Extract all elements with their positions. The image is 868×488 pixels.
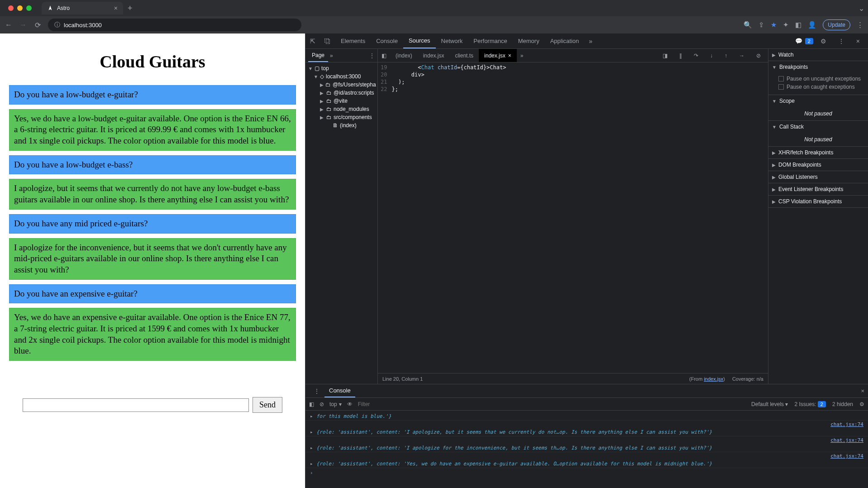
devtools-tab-console[interactable]: Console [371, 33, 403, 48]
send-button[interactable]: Send [253, 397, 282, 413]
console-toolbar: ◧ ⊘ top ▾ 👁 Default levels ▾ 2 Issues: 2… [305, 398, 868, 411]
pause-uncaught-checkbox[interactable]: Pause on uncaught exceptions [778, 75, 864, 83]
more-nav-icon[interactable]: » [330, 53, 333, 59]
step-into-icon[interactable]: ↓ [706, 53, 716, 59]
back-button[interactable]: ← [5, 21, 13, 29]
share-icon[interactable]: ⇪ [758, 21, 764, 29]
chat-message-user: Do you have an expensive e-guitar? [9, 284, 296, 304]
console-settings-icon[interactable]: ⚙ [859, 401, 864, 407]
console-prompt[interactable]: › [305, 468, 868, 478]
device-toolbar-icon[interactable]: ⿻ [320, 38, 335, 45]
astro-icon [47, 5, 53, 11]
nav-menu-icon[interactable]: ⋮ [369, 53, 375, 59]
xhr-breakpoints-section[interactable]: ▶XHR/fetch Breakpoints [768, 147, 868, 158]
tree-folder[interactable]: ▶🗀src/components [305, 113, 377, 121]
tree-file[interactable]: 🗎(index) [305, 121, 377, 129]
callstack-section[interactable]: ▼Call Stack [768, 121, 868, 133]
chat-message-user: Do you have any mid priced e-guitars? [9, 214, 296, 234]
bookmark-star-icon[interactable]: ★ [771, 21, 777, 29]
tree-folder[interactable]: ▶🗀@vite [305, 97, 377, 105]
tree-folder[interactable]: ▶🗀node_modules [305, 105, 377, 113]
console-context-select[interactable]: top ▾ [329, 401, 342, 407]
kebab-menu-icon[interactable]: ⋮ [834, 38, 849, 45]
close-devtools-icon[interactable]: × [852, 38, 864, 45]
maximize-window-button[interactable] [26, 5, 32, 11]
close-window-button[interactable] [8, 5, 14, 11]
search-icon[interactable]: 🔍 [744, 21, 752, 29]
file-tab[interactable]: (index) [390, 49, 418, 62]
url-text: localhost:3000 [64, 22, 102, 29]
tree-top[interactable]: ▼▢top [305, 64, 377, 72]
deactivate-bp-icon[interactable]: ⊘ [753, 53, 764, 59]
tab-bar: Astro × + ⌄ [0, 0, 868, 16]
clear-console-icon[interactable]: ⊘ [320, 401, 324, 407]
scope-section[interactable]: ▼Scope [768, 95, 868, 107]
pause-caught-checkbox[interactable]: Pause on caught exceptions [778, 83, 864, 91]
console-log-entry[interactable]: ▸for this model is blue.'} [305, 412, 868, 421]
code-area[interactable]: 19202122 <Chat chatId={chatId}>Chat> div… [378, 62, 768, 373]
devtools-tab-application[interactable]: Application [545, 33, 585, 48]
expand-icon[interactable]: ⌄ [858, 4, 864, 13]
console-log-entry[interactable]: ▸{role: 'assistant', content: 'I apologi… [305, 444, 868, 452]
issues-icon[interactable]: 💬 [795, 38, 802, 44]
side-panel-icon[interactable]: ◧ [795, 21, 801, 29]
close-file-icon[interactable]: × [508, 53, 511, 59]
devtools-tab-memory[interactable]: Memory [513, 33, 545, 48]
site-info-icon[interactable]: ⓘ [54, 21, 60, 29]
step-over-icon[interactable]: ↷ [690, 53, 702, 59]
profile-icon[interactable]: 👤 [808, 21, 816, 29]
dom-breakpoints-section[interactable]: ▶DOM Breakpoints [768, 159, 868, 171]
console-sidebar-icon[interactable]: ◧ [309, 401, 314, 407]
tree-folder[interactable]: ▶🗀@fs/Users/stepha [305, 81, 377, 89]
update-button[interactable]: Update [823, 19, 850, 30]
console-log-entry[interactable]: ▸{role: 'assistant', content: 'Yes, we d… [305, 460, 868, 468]
devtools-tab-performance[interactable]: Performance [468, 33, 512, 48]
console-close-icon[interactable]: × [861, 388, 864, 394]
toggle-nav-icon[interactable]: ◧ [378, 53, 390, 59]
breakpoints-section[interactable]: ▼Breakpoints [768, 61, 868, 73]
devtools-tab-sources[interactable]: Sources [403, 33, 436, 48]
forward-button[interactable]: → [19, 21, 27, 29]
console-log-entry[interactable]: ▸{role: 'assistant', content: 'I apologi… [305, 428, 868, 436]
console-tab[interactable]: Console [324, 384, 355, 397]
toggle-debugger-icon[interactable]: ◨ [659, 53, 671, 59]
console-menu-icon[interactable]: ⋮ [309, 388, 324, 395]
file-tab[interactable]: client.ts [449, 49, 479, 62]
log-source-link[interactable]: chat.jsx:74 [830, 437, 863, 443]
file-tab[interactable]: index.jsx [418, 49, 450, 62]
more-tabs-icon[interactable]: » [584, 38, 597, 45]
browser-tab[interactable]: Astro × [42, 2, 123, 14]
url-input[interactable]: ⓘ localhost:3000 [48, 19, 301, 31]
issues-label[interactable]: 2 Issues: 2 [794, 401, 826, 407]
page-tab[interactable]: Page [308, 49, 328, 62]
new-tab-button[interactable]: + [128, 4, 133, 13]
devtools-tabs: ⇱ ⿻ ElementsConsoleSourcesNetworkPerform… [305, 33, 868, 49]
csp-breakpoints-section[interactable]: ▶CSP Violation Breakpoints [768, 196, 868, 207]
source-origin-link[interactable]: index.jsx [704, 376, 723, 382]
devtools-tab-elements[interactable]: Elements [335, 33, 371, 48]
minimize-window-button[interactable] [17, 5, 23, 11]
settings-icon[interactable]: ⚙ [816, 38, 831, 45]
menu-icon[interactable]: ⋮ [857, 21, 863, 29]
log-levels-select[interactable]: Default levels ▾ [751, 401, 788, 407]
pause-icon[interactable]: ‖ [676, 53, 686, 59]
reload-button[interactable]: ⟳ [33, 21, 42, 29]
tree-folder[interactable]: ▶🗀@id/astro:scripts [305, 89, 377, 97]
global-listeners-section[interactable]: ▶Global Listeners [768, 171, 868, 183]
devtools-tab-network[interactable]: Network [436, 33, 468, 48]
more-files-icon[interactable]: » [517, 53, 527, 59]
log-source-link[interactable]: chat.jsx:74 [830, 453, 863, 459]
live-expression-icon[interactable]: 👁 [347, 401, 353, 407]
event-breakpoints-section[interactable]: ▶Event Listener Breakpoints [768, 183, 868, 195]
tree-host[interactable]: ▼◇localhost:3000 [305, 72, 377, 81]
step-out-icon[interactable]: ↑ [721, 53, 731, 59]
inspect-element-icon[interactable]: ⇱ [305, 38, 320, 45]
step-icon[interactable]: → [735, 53, 748, 59]
watch-section[interactable]: ▶Watch [768, 49, 868, 61]
chat-input[interactable] [23, 398, 249, 412]
extensions-icon[interactable]: ✦ [783, 21, 789, 29]
tab-close-icon[interactable]: × [114, 5, 118, 12]
file-tab[interactable]: index.jsx× [479, 49, 517, 62]
log-source-link[interactable]: chat.jsx:74 [830, 421, 863, 427]
console-filter-input[interactable] [358, 401, 421, 407]
